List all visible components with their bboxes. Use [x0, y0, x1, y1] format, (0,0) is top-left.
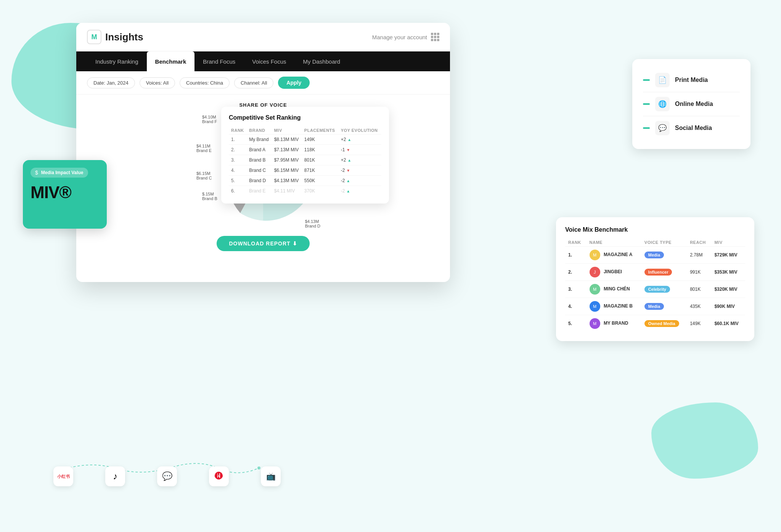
cell-rank: 5. — [229, 176, 247, 186]
cell-placements: 871K — [302, 165, 339, 176]
apply-button[interactable]: Apply — [278, 77, 310, 89]
voice-cell-miv: $60.1K MIV — [711, 315, 745, 332]
voice-badge-3: Media — [644, 303, 664, 310]
voice-cell-reach: 149K — [687, 315, 711, 332]
miv-header-label: Media Impact Value — [41, 170, 84, 175]
voice-col-rank: RANK — [565, 239, 587, 247]
arrow-up-icon: ▲ — [347, 138, 351, 142]
col-placements: PLACEMENTS — [302, 127, 339, 135]
nav-item-brand-focus[interactable]: Brand Focus — [194, 51, 244, 71]
voice-cell-miv: $320K MIV — [711, 281, 745, 298]
voice-cell-reach: 2.78M — [687, 247, 711, 264]
voice-table: RANK NAME VOICE TYPE REACH MIV 1. M MAGA… — [565, 239, 745, 332]
filter-date[interactable]: Date: Jan, 2024 — [87, 77, 135, 88]
voice-col-name: NAME — [587, 239, 641, 247]
voice-cell-miv: $90K MIV — [711, 298, 745, 315]
filter-channel[interactable]: Channel: All — [234, 77, 273, 88]
cell-rank: 4. — [229, 165, 247, 176]
miv-header: $ Media Impact Value — [31, 168, 88, 178]
grid-icon[interactable] — [431, 33, 439, 41]
nav-item-my-dashboard[interactable]: My Dashboard — [295, 51, 349, 71]
col-yoy: YOY EVOLUTION — [339, 127, 381, 135]
cell-placements: 149K — [302, 135, 339, 145]
social-icon-weibo[interactable]: 🅦 — [209, 466, 229, 486]
cell-yoy: +2 ▲ — [339, 135, 381, 145]
legend-label-1: Online Media — [675, 101, 713, 107]
voice-col-reach: REACH — [687, 239, 711, 247]
voice-mix-title: Voice Mix Benchmark — [565, 226, 745, 233]
col-rank: RANK — [229, 127, 247, 135]
social-icon-wechat[interactable]: 💬 — [157, 466, 177, 486]
voice-badge-0: Media — [644, 252, 664, 258]
voice-table-row: 4. M MAGAZINE B Media 435K $90K MIV — [565, 298, 745, 315]
filter-voices[interactable]: Voices: All — [140, 77, 175, 88]
voice-table-row: 2. J JINGBEI Influencer 991K $353K MIV — [565, 264, 745, 281]
voice-cell-rank: 1. — [565, 247, 587, 264]
filter-countries[interactable]: Countries: China — [180, 77, 230, 88]
avatar-3: M — [590, 301, 600, 312]
cell-rank: 2. — [229, 145, 247, 155]
app-title: Insights — [105, 31, 143, 43]
arrow-down-icon: ▼ — [346, 168, 350, 173]
background-blob-br — [651, 402, 758, 479]
voice-badge-2: Celebrity — [644, 286, 670, 293]
legend-icon-2: 💬 — [655, 121, 670, 135]
arrow-up-icon: ▲ — [346, 179, 350, 183]
download-report-button[interactable]: DOWNLOAD REPORT ⬇ — [217, 236, 309, 251]
ranking-card-title: Competitive Set Ranking — [229, 114, 381, 121]
col-brand: BRAND — [247, 127, 272, 135]
media-legend-item: 📄 Print Media — [643, 68, 740, 92]
voice-cell-miv: $729K MIV — [711, 247, 745, 264]
miv-card: $ Media Impact Value MIV® — [23, 160, 107, 229]
voice-col-miv: MIV — [711, 239, 745, 247]
legend-label-2: Social Media — [675, 125, 712, 131]
legend-icon-0: 📄 — [655, 73, 670, 87]
media-legend-item: 🌐 Online Media — [643, 92, 740, 116]
competitive-ranking-card: Competitive Set Ranking RANK BRAND MIV P… — [221, 107, 389, 204]
voice-cell-type: Influencer — [641, 264, 687, 281]
avatar-0: M — [590, 250, 600, 260]
avatar-4: M — [590, 318, 600, 329]
cell-brand: My Brand — [247, 135, 272, 145]
cell-placements: 118K — [302, 145, 339, 155]
cell-brand: Brand B — [247, 155, 272, 165]
voice-cell-name: J JINGBEI — [587, 264, 641, 281]
browser-header: M Insights Manage your account — [76, 23, 450, 51]
voice-table-row: 3. M MING CHÉN Celebrity 801K $320K MIV — [565, 281, 745, 298]
col-miv: MIV — [272, 127, 302, 135]
legend-bar-2 — [643, 127, 650, 129]
table-row: 2. Brand A $7.13M MIV 118K -1 ▼ — [229, 145, 381, 155]
table-row: 6. Brand E $4.11 MIV 370K -2 ▲ — [229, 186, 381, 196]
social-icon-xiaohongshu[interactable]: 小红书 — [53, 466, 73, 486]
nav-item-benchmark[interactable]: Benchmark — [147, 51, 195, 71]
social-icon-tiktok[interactable]: ♪ — [105, 466, 125, 486]
nav-item-industry-ranking[interactable]: Industry Ranking — [87, 51, 147, 71]
media-legend-card: 📄 Print Media 🌐 Online Media 💬 Social Me… — [632, 59, 750, 149]
voice-cell-name: M MAGAZINE B — [587, 298, 641, 315]
cell-rank: 1. — [229, 135, 247, 145]
cell-yoy: -2 ▲ — [339, 176, 381, 186]
cell-miv: $6.15M MIV — [272, 165, 302, 176]
voice-cell-reach: 801K — [687, 281, 711, 298]
voice-cell-rank: 4. — [565, 298, 587, 315]
table-row: 1. My Brand $8.13M MIV 149K +2 ▲ — [229, 135, 381, 145]
voice-cell-name: M MING CHÉN — [587, 281, 641, 298]
arrow-up-icon: ▲ — [347, 158, 351, 162]
arrow-down-icon: ▼ — [346, 148, 350, 152]
voice-table-row: 1. M MAGAZINE A Media 2.78M $729K MIV — [565, 247, 745, 264]
social-icon-tv[interactable]: 📺 — [261, 466, 281, 486]
voice-cell-rank: 2. — [565, 264, 587, 281]
voice-cell-name: M MY BRAND — [587, 315, 641, 332]
nav-item-voices-focus[interactable]: Voices Focus — [244, 51, 294, 71]
social-icons-row: 小红书 ♪ 💬 🅦 📺 — [53, 466, 281, 486]
voice-cell-type: Celebrity — [641, 281, 687, 298]
manage-account-label: Manage your account — [372, 34, 427, 40]
legend-icon-1: 🌐 — [655, 97, 670, 111]
cell-placements: 550K — [302, 176, 339, 186]
table-row: 4. Brand C $6.15M MIV 871K -2 ▼ — [229, 165, 381, 176]
miv-main-value: MIV® — [31, 183, 99, 202]
cell-placements: 801K — [302, 155, 339, 165]
cell-brand: Brand A — [247, 145, 272, 155]
cell-placements: 370K — [302, 186, 339, 196]
cell-miv: $8.13M MIV — [272, 135, 302, 145]
